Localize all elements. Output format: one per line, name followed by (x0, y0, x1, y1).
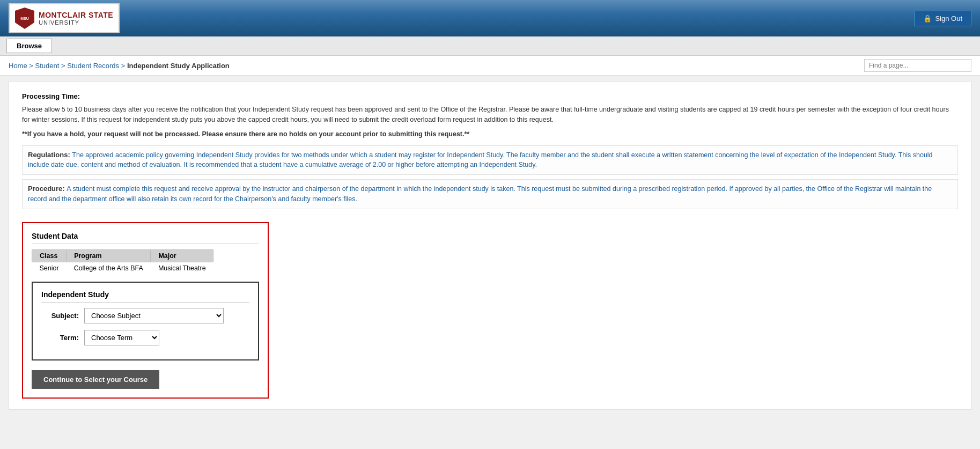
breadcrumb: Home > Student > Student Records > Indep… (9, 62, 230, 70)
main-content: Processing Time: Please allow 5 to 10 bu… (9, 81, 971, 410)
sign-out-button[interactable]: 🔒 Sign Out (914, 11, 971, 26)
hold-warning-text: **If you have a hold, your request will … (22, 130, 958, 138)
find-page-input[interactable] (864, 59, 971, 72)
lock-icon: 🔒 (923, 14, 932, 23)
breadcrumb-bar: Home > Student > Student Records > Indep… (0, 56, 980, 76)
student-data-title: Student Data (32, 232, 259, 244)
procedure-label: Procedure: (28, 185, 65, 193)
term-select[interactable]: Choose Term (84, 330, 159, 345)
student-link[interactable]: Student (35, 62, 60, 70)
svg-text:MSU: MSU (20, 17, 29, 20)
regulations-label: Regulations: (28, 151, 70, 159)
student-records-link[interactable]: Student Records (67, 62, 119, 70)
processing-time-title: Processing Time: (22, 92, 958, 100)
navigation-bar: Browse (0, 36, 980, 56)
procedure-text: A student must complete this request and… (28, 185, 932, 203)
student-data-outer-box: Student Data Class Program Major Senior … (22, 222, 269, 399)
logo-shield-icon: MSU (15, 8, 34, 29)
subject-select[interactable]: Choose Subject (84, 308, 224, 323)
subject-label: Subject: (41, 312, 79, 320)
student-data-table: Class Program Major Senior College of th… (32, 249, 213, 274)
class-column-header: Class (32, 249, 67, 262)
independent-study-title: Independent Study (41, 290, 249, 303)
major-column-header: Major (151, 249, 213, 262)
university-logo: MSU MONTCLAIR STATE UNIVERSITY (9, 3, 120, 33)
home-link[interactable]: Home (9, 62, 27, 70)
subject-row: Subject: Choose Subject (41, 308, 249, 323)
term-row: Term: Choose Term (41, 330, 249, 345)
procedure-block: Procedure: A student must complete this … (22, 179, 958, 209)
processing-time-text: Please allow 5 to 10 business days after… (22, 105, 958, 125)
logo-text: MONTCLAIR STATE UNIVERSITY (39, 11, 113, 26)
page-header: MSU MONTCLAIR STATE UNIVERSITY 🔒 Sign Ou… (0, 0, 980, 36)
program-value: College of the Arts BFA (67, 262, 151, 274)
browse-button[interactable]: Browse (6, 39, 52, 53)
table-row: Senior College of the Arts BFA Musical T… (32, 262, 213, 274)
class-value: Senior (32, 262, 67, 274)
continue-button[interactable]: Continue to Select your Course (32, 370, 159, 389)
regulations-block: Regulations: The approved academic polic… (22, 145, 958, 175)
major-value: Musical Theatre (151, 262, 213, 274)
independent-study-box: Independent Study Subject: Choose Subjec… (32, 282, 259, 360)
program-column-header: Program (67, 249, 151, 262)
term-label: Term: (41, 334, 79, 342)
current-page-breadcrumb: Independent Study Application (127, 62, 230, 70)
regulations-text: The approved academic policy governing I… (28, 151, 933, 169)
